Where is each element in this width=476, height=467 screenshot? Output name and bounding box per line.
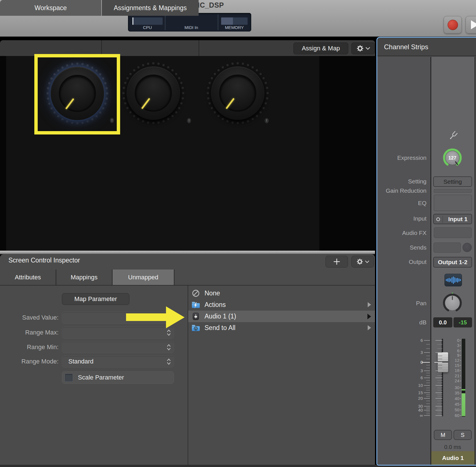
plus-icon — [333, 258, 340, 265]
tab-divider — [112, 270, 113, 285]
range-mode-value: Standard — [68, 356, 93, 367]
fader-scale-value: 40 — [410, 407, 423, 413]
meter-scale-tick — [460, 415, 461, 416]
fader-minor-tick — [426, 403, 430, 404]
fader-track-minor-tick — [437, 356, 442, 356]
channel-strips-title: Channel Strips — [384, 38, 428, 56]
stepper-icon[interactable] — [166, 343, 171, 351]
fader-track-minor-tick — [437, 344, 442, 345]
tab-divider — [101, 40, 102, 56]
workspace-gear-menu-button[interactable] — [351, 42, 375, 54]
assign-map-button[interactable]: Assign & Map — [293, 42, 348, 54]
fader-minor-tick — [426, 408, 430, 409]
play-button[interactable] — [466, 16, 476, 33]
submenu-arrow-icon — [368, 325, 371, 330]
tuning-fork-icon[interactable] — [449, 131, 458, 141]
solo-button[interactable]: S — [453, 430, 472, 440]
scale-parameter-checkbox[interactable] — [65, 374, 73, 382]
fader-track-minor-tick — [437, 407, 442, 408]
fader-minor-tick — [426, 359, 430, 359]
menu-item-send-to-all[interactable]: Send to All — [188, 322, 375, 334]
send-level-knob[interactable] — [462, 243, 472, 252]
fader-minor-tick — [426, 380, 430, 381]
sends-label: Sends — [377, 244, 426, 251]
warning-badge: ! — [265, 118, 269, 123]
pan-knob[interactable] — [442, 292, 463, 314]
pan-label: Pan — [377, 300, 426, 307]
record-button[interactable] — [444, 16, 462, 33]
submenu-arrow-icon — [367, 314, 371, 319]
input-button[interactable]: Input 1 — [433, 214, 472, 224]
waveform-icon-button[interactable] — [444, 274, 462, 286]
eq-display-slot[interactable] — [434, 195, 472, 211]
setting-button[interactable]: Setting — [433, 176, 472, 187]
tab-divider — [174, 270, 174, 285]
stepper-icon[interactable] — [166, 358, 171, 366]
fader-track-minor-tick — [437, 375, 442, 376]
setting-label: Setting — [377, 178, 426, 185]
expression-value: 127 — [448, 155, 456, 161]
scale-parameter-row[interactable]: Scale Parameter — [62, 371, 174, 384]
fader-scale-tick — [424, 340, 430, 341]
range-min-field[interactable] — [62, 341, 174, 353]
pane-splitter[interactable] — [0, 251, 375, 254]
screen-control-knob-3[interactable] — [205, 61, 270, 125]
fader-minor-tick — [426, 396, 430, 397]
tab-assignments-mappings[interactable]: Assignments & Mappings — [102, 0, 199, 16]
range-max-field[interactable] — [62, 327, 174, 338]
meter-scale-value: 0 — [447, 338, 459, 343]
menu-item-actions[interactable]: Actions — [188, 299, 375, 311]
meter-scale-tick — [460, 365, 461, 366]
fader-minor-tick — [426, 368, 430, 368]
inspector-tab-unmapped[interactable]: Unmapped — [113, 270, 174, 285]
stepper-icon[interactable] — [166, 329, 171, 337]
scale-parameter-label: Scale Parameter — [78, 372, 124, 383]
inspector-tab-attributes[interactable]: Attributes — [0, 270, 56, 285]
warning-badge: ! — [187, 118, 191, 123]
track-name[interactable]: Audio 1 — [431, 451, 475, 465]
gain-reduction-label: Gain Reduction — [377, 187, 426, 194]
mute-button[interactable]: M — [434, 430, 452, 440]
inspector-gear-menu-button[interactable] — [351, 256, 374, 268]
record-icon — [448, 20, 458, 30]
fader-track-minor-tick — [437, 408, 442, 409]
input-value: Input 1 — [448, 216, 468, 222]
fader-track-minor-tick — [437, 388, 442, 388]
fader-scale-value: 3 — [410, 368, 423, 374]
actions-folder-icon — [192, 301, 200, 309]
fader-scale-tick — [424, 398, 430, 399]
range-mode-field[interactable]: Standard — [62, 356, 174, 367]
add-assignment-button[interactable] — [325, 256, 348, 268]
play-icon — [471, 20, 476, 29]
output-button[interactable]: Output 1-2 — [433, 257, 472, 268]
cpu-meter-level — [133, 17, 133, 25]
menu-item-label: Send to All — [205, 322, 235, 334]
map-parameter-button[interactable]: Map Parameter — [62, 293, 129, 305]
audio-fx-slot[interactable] — [434, 227, 472, 238]
menu-item-none[interactable]: None — [188, 288, 375, 299]
fader-track-minor-tick — [437, 396, 442, 397]
meter-scale-value: 45 — [447, 401, 459, 407]
peak-db-value[interactable]: -15 — [453, 317, 472, 327]
level-meter-fill — [462, 393, 465, 416]
screen-control-knob-2[interactable] — [121, 61, 186, 125]
meter-scale-value: 60 — [447, 413, 459, 418]
range-min-label: Range Min: — [0, 341, 59, 353]
volume-db-value[interactable]: 0.0 — [433, 317, 452, 327]
fader-scale-tick — [424, 385, 430, 386]
expression-knob[interactable]: 127 — [441, 147, 463, 169]
chevron-down-icon — [366, 47, 370, 50]
menu-item-label: None — [205, 288, 220, 299]
annotation-highlight-rect — [34, 54, 120, 134]
inspector-tab-mappings[interactable]: Mappings — [56, 270, 112, 285]
cpu-label: CPU — [132, 25, 163, 30]
meter-scale-tick — [460, 345, 461, 346]
sends-slot[interactable] — [434, 243, 461, 253]
fader-scale-tick — [424, 410, 430, 410]
meter-scale-value: 24 — [447, 378, 459, 384]
eq-label: EQ — [377, 199, 426, 207]
fader-scale-tick — [424, 352, 430, 353]
fader-minor-tick — [426, 365, 430, 365]
tab-workspace[interactable]: Workspace — [0, 0, 101, 16]
menu-item-audio-1-1[interactable]: Audio 1 (1) — [188, 311, 375, 322]
